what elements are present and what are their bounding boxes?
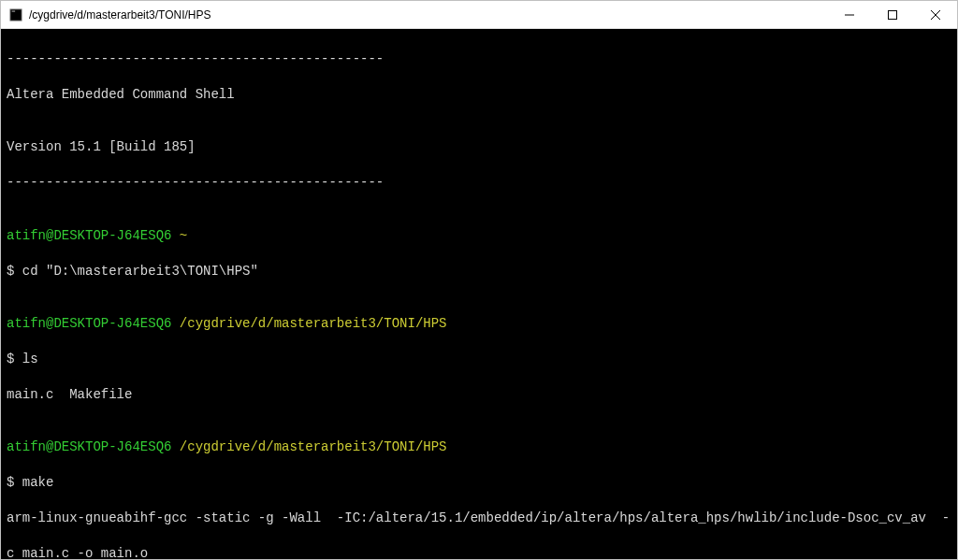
window-controls [828, 1, 957, 28]
command-line: $ cd "D:\masterarbeit3\TONI\HPS" [7, 263, 951, 280]
terminal-line: Version 15.1 [Build 185] [7, 138, 951, 156]
prompt-line: atifn@DESKTOP-J64ESQ6 ~ [7, 227, 951, 245]
terminal-output: main.c Makefile [7, 386, 951, 404]
svg-rect-1 [12, 10, 16, 11]
terminal-line: Altera Embedded Command Shell [7, 86, 951, 104]
command-line: $ make [7, 474, 951, 492]
minimize-icon [845, 10, 854, 20]
prompt-path: /cygdrive/d/masterarbeit3/TONI/HPS [171, 316, 446, 331]
command-line: $ ls [7, 351, 951, 368]
close-button[interactable] [914, 1, 957, 28]
titlebar[interactable]: /cygdrive/d/masterarbeit3/TONI/HPS [1, 1, 957, 29]
prompt-path: ~ [171, 228, 187, 243]
terminal-line: ----------------------------------------… [7, 50, 951, 68]
maximize-button[interactable] [871, 1, 914, 28]
terminal-output: c main.c -o main.o [7, 545, 951, 559]
minimize-button[interactable] [828, 1, 871, 28]
prompt-line: atifn@DESKTOP-J64ESQ6 /cygdrive/d/master… [7, 315, 951, 333]
svg-rect-3 [889, 10, 897, 19]
prompt-path: /cygdrive/d/masterarbeit3/TONI/HPS [171, 439, 446, 454]
terminal-area[interactable]: ----------------------------------------… [1, 29, 957, 559]
terminal-line: ----------------------------------------… [7, 174, 951, 192]
window-frame: /cygdrive/d/masterarbeit3/TONI/HPS -----… [0, 0, 958, 560]
window-title: /cygdrive/d/masterarbeit3/TONI/HPS [29, 8, 828, 22]
maximize-icon [888, 10, 897, 20]
prompt-userhost: atifn@DESKTOP-J64ESQ6 [7, 316, 171, 331]
prompt-userhost: atifn@DESKTOP-J64ESQ6 [7, 228, 171, 243]
prompt-userhost: atifn@DESKTOP-J64ESQ6 [7, 439, 171, 454]
close-icon [931, 10, 940, 20]
app-icon [8, 7, 23, 22]
prompt-line: atifn@DESKTOP-J64ESQ6 /cygdrive/d/master… [7, 438, 951, 456]
terminal-output: arm-linux-gnueabihf-gcc -static -g -Wall… [7, 510, 951, 527]
